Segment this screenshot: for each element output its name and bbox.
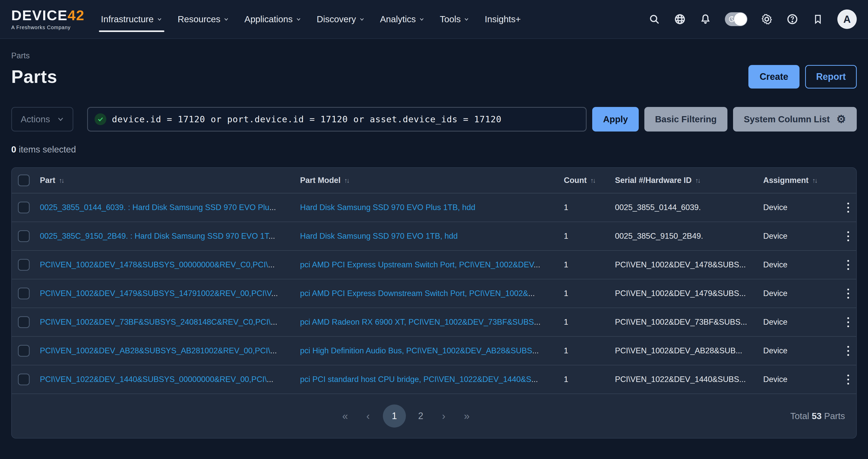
menu-resources[interactable]: Resources — [178, 14, 229, 24]
menu-label: Applications — [244, 14, 293, 24]
user-avatar[interactable]: A — [837, 9, 857, 29]
part-model-link[interactable]: pci AMD Radeon RX 6900 XT, PCI\VEN_1002&… — [300, 317, 540, 326]
gear-icon: ⚙ — [836, 114, 846, 124]
first-page-button[interactable]: « — [337, 404, 353, 428]
logo-42-text: 42 — [68, 7, 85, 23]
globe-icon[interactable] — [674, 13, 686, 25]
part-model-link[interactable]: pci High Definition Audio Bus, PCI\VEN_1… — [300, 346, 539, 355]
part-model-link[interactable]: pci AMD PCI Express Upstream Switch Port… — [300, 260, 540, 269]
column-label: Assignment — [763, 176, 808, 185]
bookmark-icon[interactable] — [812, 13, 824, 25]
page-1-button[interactable]: 1 — [383, 404, 406, 428]
column-label: Part Model — [300, 176, 340, 185]
part-link[interactable]: PCI\VEN_1002&DEV_73BF&SUBSYS_2408148C&RE… — [40, 317, 277, 326]
table-row: PCI\VEN_1002&DEV_73BF&SUBSYS_2408148C&RE… — [12, 308, 856, 337]
next-page-button[interactable]: › — [436, 404, 452, 428]
table-header-row: Part ↑↓ Part Model ↑↓ Count ↑↓ Serial #/… — [12, 168, 856, 194]
menu-label: Insights+ — [485, 14, 521, 24]
chevron-down-icon — [157, 17, 162, 22]
count-cell: 1 — [564, 375, 615, 384]
column-header-part[interactable]: Part ↑↓ — [40, 176, 300, 185]
previous-page-button[interactable]: ‹ — [360, 404, 376, 428]
part-link[interactable]: PCI\VEN_1002&DEV_1479&SUBSYS_14791002&RE… — [40, 289, 278, 298]
menu-analytics[interactable]: Analytics — [380, 14, 425, 24]
create-button[interactable]: Create — [748, 65, 800, 88]
selection-label: items selected — [19, 144, 76, 154]
column-header-count[interactable]: Count ↑↓ — [564, 176, 615, 185]
basic-filtering-button[interactable]: Basic Filtering — [644, 107, 727, 132]
parts-table: Part ↑↓ Part Model ↑↓ Count ↑↓ Serial #/… — [11, 167, 857, 438]
apply-button[interactable]: Apply — [592, 107, 639, 132]
search-icon[interactable] — [648, 13, 660, 25]
row-checkbox[interactable] — [18, 345, 30, 357]
part-model-link[interactable]: Hard Disk Samsung SSD 970 EVO 1TB, hdd — [300, 232, 458, 240]
serial-cell: PCI\VEN_1002&DEV_1478&SUBS... — [615, 260, 763, 269]
page-title: Parts — [11, 66, 57, 87]
table-row: 0025_385C_9150_2B49. : Hard Disk Samsung… — [12, 222, 856, 251]
row-menu-kebab-icon[interactable] — [843, 200, 853, 215]
row-checkbox[interactable] — [18, 259, 30, 271]
query-valid-check-icon — [95, 113, 106, 125]
breadcrumb: Parts — [11, 51, 857, 60]
part-model-link[interactable]: Hard Disk Samsung SSD 970 EVO Plus 1TB, … — [300, 203, 475, 212]
column-header-assignment[interactable]: Assignment ↑↓ — [763, 176, 840, 185]
actions-dropdown[interactable]: Actions — [11, 107, 73, 132]
assignment-cell: Device — [763, 260, 840, 269]
selection-summary: 0items selected — [11, 144, 857, 154]
row-menu-kebab-icon[interactable] — [843, 257, 853, 272]
menu-infrastructure[interactable]: Infrastructure — [101, 14, 162, 24]
last-page-button[interactable]: » — [459, 404, 475, 428]
row-menu-kebab-icon[interactable] — [843, 315, 853, 330]
device42-logo[interactable]: DEVICE42 A Freshworks Company — [11, 8, 85, 30]
sort-icon: ↑↓ — [59, 176, 63, 184]
select-all-checkbox[interactable] — [18, 174, 30, 186]
row-checkbox[interactable] — [18, 230, 30, 242]
menu-applications[interactable]: Applications — [244, 14, 301, 24]
report-button[interactable]: Report — [805, 65, 857, 88]
part-link[interactable]: 0025_385C_9150_2B49. : Hard Disk Samsung… — [40, 232, 275, 240]
serial-cell: PCI\VEN_1002&DEV_73BF&SUBS... — [615, 317, 763, 327]
filter-query-input[interactable]: device.id = 17120 or port.device.id = 17… — [87, 107, 587, 132]
menu-tools[interactable]: Tools — [440, 14, 469, 24]
row-menu-kebab-icon[interactable] — [843, 343, 853, 358]
page-2-button[interactable]: 2 — [412, 404, 429, 428]
count-cell: 1 — [564, 203, 615, 212]
menu-insights-plus[interactable]: Insights+ — [485, 14, 521, 24]
sort-icon: ↑↓ — [344, 176, 349, 184]
assignment-cell: Device — [763, 346, 840, 355]
row-checkbox[interactable] — [18, 202, 30, 213]
logo-device-text: DEVICE — [11, 7, 68, 23]
column-label: Serial #/Hardware ID — [615, 176, 692, 185]
count-cell: 1 — [564, 232, 615, 241]
avatar-initial: A — [843, 13, 851, 25]
assignment-cell: Device — [763, 289, 840, 298]
menu-label: Tools — [440, 14, 461, 24]
help-icon[interactable] — [786, 13, 799, 25]
toggle-knob — [734, 13, 747, 26]
row-menu-kebab-icon[interactable] — [843, 372, 853, 387]
column-header-serial[interactable]: Serial #/Hardware ID ↑↓ — [615, 176, 763, 185]
part-link[interactable]: 0025_3855_0144_6039. : Hard Disk Samsung… — [40, 203, 276, 212]
settings-gear-icon[interactable] — [761, 13, 773, 25]
pagination-bar: « ‹ 1 2 › » Total 53 Parts — [12, 394, 856, 438]
logo-tagline: A Freshworks Company — [11, 25, 85, 30]
count-cell: 1 — [564, 260, 615, 269]
part-link[interactable]: PCI\VEN_1002&DEV_AB28&SUBSYS_AB281002&RE… — [40, 346, 277, 355]
part-link[interactable]: PCI\VEN_1002&DEV_1478&SUBSYS_00000000&RE… — [40, 260, 275, 269]
part-link[interactable]: PCI\VEN_1022&DEV_1440&SUBSYS_00000000&RE… — [40, 375, 273, 384]
menu-discovery[interactable]: Discovery — [317, 14, 365, 24]
row-menu-kebab-icon[interactable] — [843, 229, 853, 244]
column-header-part-model[interactable]: Part Model ↑↓ — [300, 176, 564, 185]
notifications-bell-icon[interactable] — [699, 13, 712, 25]
assignment-cell: Device — [763, 317, 840, 327]
row-checkbox[interactable] — [18, 316, 30, 328]
row-menu-kebab-icon[interactable] — [843, 286, 853, 301]
system-column-list-button[interactable]: System Column List ⚙ — [733, 107, 857, 132]
filter-query-text: device.id = 17120 or port.device.id = 17… — [112, 114, 501, 124]
top-navigation-bar: DEVICE42 A Freshworks Company Infrastruc… — [0, 0, 868, 39]
row-checkbox[interactable] — [18, 288, 30, 299]
row-checkbox[interactable] — [18, 374, 30, 385]
part-model-link[interactable]: pci AMD PCI Express Downstream Switch Po… — [300, 289, 535, 298]
part-model-link[interactable]: pci PCI standard host CPU bridge, PCI\VE… — [300, 375, 538, 384]
dark-mode-toggle[interactable] — [725, 12, 747, 26]
